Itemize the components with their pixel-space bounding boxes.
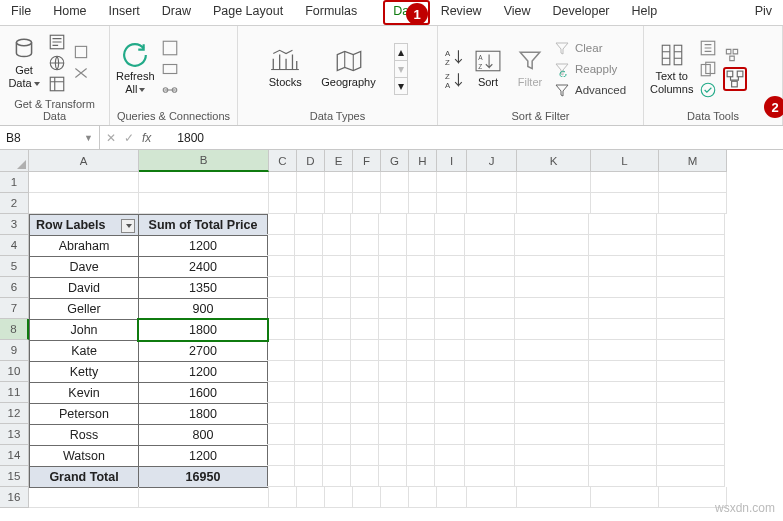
cell-F7[interactable] xyxy=(351,298,379,319)
cell-K4[interactable] xyxy=(515,235,589,256)
cell-C2[interactable] xyxy=(269,193,297,214)
cell-L16[interactable] xyxy=(591,487,659,508)
cell-M11[interactable] xyxy=(657,382,725,403)
cell-C15[interactable] xyxy=(267,466,295,487)
cell-H11[interactable] xyxy=(407,382,435,403)
cell-E13[interactable] xyxy=(323,424,351,445)
cell-J13[interactable] xyxy=(465,424,515,445)
cell-A12[interactable]: Peterson xyxy=(29,403,139,425)
cell-L8[interactable] xyxy=(589,319,657,340)
cell-F12[interactable] xyxy=(351,403,379,424)
cell-H4[interactable] xyxy=(407,235,435,256)
cell-A15[interactable]: Grand Total xyxy=(29,466,139,488)
cell-M5[interactable] xyxy=(657,256,725,277)
cell-A2[interactable] xyxy=(29,193,139,214)
cell-K13[interactable] xyxy=(515,424,589,445)
cell-A10[interactable]: Ketty xyxy=(29,361,139,383)
cell-I1[interactable] xyxy=(437,172,467,193)
cell-H1[interactable] xyxy=(409,172,437,193)
cell-L3[interactable] xyxy=(589,214,657,235)
cell-E3[interactable] xyxy=(323,214,351,235)
row-header-10[interactable]: 10 xyxy=(0,361,29,382)
cell-G13[interactable] xyxy=(379,424,407,445)
cell-B5[interactable]: 2400 xyxy=(138,256,268,278)
cell-A9[interactable]: Kate xyxy=(29,340,139,362)
cell-J8[interactable] xyxy=(465,319,515,340)
cell-C3[interactable] xyxy=(267,214,295,235)
edit-links-icon[interactable] xyxy=(161,81,179,99)
cell-H16[interactable] xyxy=(409,487,437,508)
text-to-columns-button[interactable]: Text to Columns xyxy=(650,42,693,94)
cell-B6[interactable]: 1350 xyxy=(138,277,268,299)
tab-pivot-partial[interactable]: Piv xyxy=(744,0,783,25)
column-header-H[interactable]: H xyxy=(409,150,437,172)
cell-K3[interactable] xyxy=(515,214,589,235)
cell-E7[interactable] xyxy=(323,298,351,319)
cell-A7[interactable]: Geller xyxy=(29,298,139,320)
cell-B16[interactable] xyxy=(139,487,269,508)
remove-dup-icon[interactable] xyxy=(699,60,717,78)
data-validation-icon[interactable] xyxy=(699,81,717,99)
cell-D5[interactable] xyxy=(295,256,323,277)
cell-G7[interactable] xyxy=(379,298,407,319)
cell-F1[interactable] xyxy=(353,172,381,193)
cell-H3[interactable] xyxy=(407,214,435,235)
row-header-14[interactable]: 14 xyxy=(0,445,29,466)
cells-area[interactable]: Row LabelsSum of Total PriceAbraham1200D… xyxy=(29,172,727,508)
cell-A16[interactable] xyxy=(29,487,139,508)
cell-M14[interactable] xyxy=(657,445,725,466)
cell-B9[interactable]: 2700 xyxy=(138,340,268,362)
cell-E2[interactable] xyxy=(325,193,353,214)
geography-button[interactable]: Geography xyxy=(321,48,375,88)
column-header-B[interactable]: B xyxy=(139,150,269,172)
cell-K6[interactable] xyxy=(515,277,589,298)
cell-K8[interactable] xyxy=(515,319,589,340)
cell-J12[interactable] xyxy=(465,403,515,424)
cell-L2[interactable] xyxy=(591,193,659,214)
cell-G3[interactable] xyxy=(379,214,407,235)
cell-J9[interactable] xyxy=(465,340,515,361)
cell-C14[interactable] xyxy=(267,445,295,466)
row-header-2[interactable]: 2 xyxy=(0,193,29,214)
row-header-1[interactable]: 1 xyxy=(0,172,29,193)
row-header-15[interactable]: 15 xyxy=(0,466,29,487)
tab-formulas[interactable]: Formulas xyxy=(294,0,383,25)
properties-icon[interactable] xyxy=(161,60,179,78)
cell-H15[interactable] xyxy=(407,466,435,487)
cell-H5[interactable] xyxy=(407,256,435,277)
cell-D3[interactable] xyxy=(295,214,323,235)
row-header-12[interactable]: 12 xyxy=(0,403,29,424)
cell-H7[interactable] xyxy=(407,298,435,319)
cell-K1[interactable] xyxy=(517,172,591,193)
cell-A8[interactable]: John xyxy=(29,319,139,341)
cell-L4[interactable] xyxy=(589,235,657,256)
cell-M7[interactable] xyxy=(657,298,725,319)
row-header-7[interactable]: 7 xyxy=(0,298,29,319)
select-all-corner[interactable] xyxy=(0,150,29,172)
column-header-K[interactable]: K xyxy=(517,150,591,172)
cell-I12[interactable] xyxy=(435,403,465,424)
column-header-G[interactable]: G xyxy=(381,150,409,172)
cell-D7[interactable] xyxy=(295,298,323,319)
cell-C11[interactable] xyxy=(267,382,295,403)
cell-G11[interactable] xyxy=(379,382,407,403)
cell-G6[interactable] xyxy=(379,277,407,298)
cell-C16[interactable] xyxy=(269,487,297,508)
cell-J7[interactable] xyxy=(465,298,515,319)
cell-K2[interactable] xyxy=(517,193,591,214)
cell-D10[interactable] xyxy=(295,361,323,382)
filter-button[interactable]: Filter xyxy=(512,48,548,88)
cell-H10[interactable] xyxy=(407,361,435,382)
cell-F16[interactable] xyxy=(353,487,381,508)
cell-M15[interactable] xyxy=(657,466,725,487)
cell-B7[interactable]: 900 xyxy=(138,298,268,320)
recent-sources-icon[interactable] xyxy=(72,43,90,61)
cell-H2[interactable] xyxy=(409,193,437,214)
cell-C13[interactable] xyxy=(267,424,295,445)
cell-J2[interactable] xyxy=(467,193,517,214)
cell-I3[interactable] xyxy=(435,214,465,235)
cell-G9[interactable] xyxy=(379,340,407,361)
cell-D11[interactable] xyxy=(295,382,323,403)
cell-I9[interactable] xyxy=(435,340,465,361)
row-header-8[interactable]: 8 xyxy=(0,319,29,340)
